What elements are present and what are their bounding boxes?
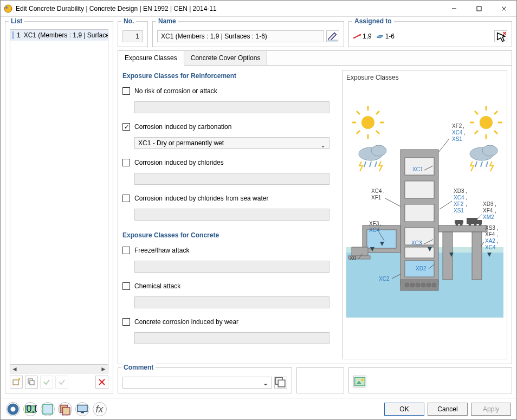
title-bar: Edit Concrete Durability | Concrete Desi…	[1, 1, 516, 17]
check-freeze-row[interactable]: Freeze/thaw attack	[122, 245, 337, 255]
maximize-button[interactable]	[467, 1, 492, 17]
check-chlorides[interactable]	[122, 159, 130, 166]
chevron-down-icon[interactable]: ⌄	[320, 140, 326, 151]
assigned-panel: Assigned to 1,9 1-6	[348, 21, 512, 47]
svg-text:,: ,	[464, 130, 466, 135]
chevron-down-icon[interactable]: ⌄	[263, 379, 268, 387]
check-chlorides-sea-row[interactable]: Corrosion induced by chlorides from sea …	[122, 193, 337, 203]
list-item-icon	[12, 31, 14, 39]
minimize-button[interactable]	[442, 1, 467, 17]
check-no-risk-row[interactable]: No risk of corrosion or attack	[122, 86, 337, 96]
combo-no-risk	[134, 101, 329, 113]
svg-rect-107	[278, 380, 285, 387]
display-button[interactable]	[75, 402, 89, 416]
lbl-xc3: XC3	[411, 240, 422, 246]
list-scrollbar[interactable]: ◄ ►	[10, 364, 108, 373]
lbl-xf2b: XF2	[454, 201, 464, 207]
svg-point-57	[405, 283, 409, 287]
cancel-button[interactable]: Cancel	[428, 403, 468, 416]
scroll-right-icon[interactable]: ►	[99, 365, 108, 373]
svg-text:,: ,	[497, 238, 499, 244]
svg-rect-118	[77, 405, 87, 411]
svg-text:,: ,	[383, 188, 385, 194]
svg-text:,: ,	[463, 123, 464, 129]
check-wear[interactable]	[122, 318, 130, 326]
list-panel: List 1 XC1 (Members : 1,9 | Surfaces : 1…	[5, 21, 113, 393]
units-button[interactable]: 0,00	[23, 402, 37, 416]
name-panel: Name XC1 (Members : 1,9 | Surfaces : 1-6…	[152, 21, 344, 47]
svg-line-41	[364, 161, 366, 167]
form-column: Exposure Classes for Reinforcement No ri…	[122, 70, 337, 359]
svg-marker-16	[377, 35, 383, 38]
svg-text:fx: fx	[96, 404, 104, 415]
comment-library-button[interactable]	[274, 377, 287, 389]
lbl-xc4b: XC4	[371, 188, 382, 194]
check-chlorides-label: Corrosion induced by chlorides	[134, 159, 224, 166]
select-assigned-button[interactable]	[494, 30, 507, 42]
lbl-xc1: XC1	[412, 166, 423, 172]
delete-item-button[interactable]	[95, 376, 108, 389]
svg-point-72	[460, 223, 463, 226]
lbl-xf2: XF2	[452, 123, 462, 129]
scroll-left-icon[interactable]: ◄	[10, 365, 19, 373]
window-title: Edit Concrete Durability | Concrete Desi…	[16, 5, 442, 12]
cloud-icon	[470, 145, 497, 160]
lbl-xc4d: XC4	[369, 227, 380, 233]
svg-rect-108	[355, 377, 365, 386]
svg-point-21	[361, 116, 374, 129]
view-button[interactable]	[41, 402, 55, 416]
close-button[interactable]	[492, 1, 516, 17]
layers-button[interactable]	[58, 402, 72, 416]
check-wear-row[interactable]: Concrete corrosion induced by wear	[122, 317, 337, 327]
check-no-risk[interactable]	[122, 87, 130, 95]
svg-text:,: ,	[495, 201, 496, 207]
svg-rect-67	[438, 225, 487, 232]
tab-exposure-classes[interactable]: Exposure Classes	[118, 51, 184, 66]
check-chlorides-sea-label: Corrosion induced by chlorides from sea …	[134, 195, 268, 202]
check-freeze[interactable]	[122, 247, 130, 254]
new-item-button[interactable]: ✶	[10, 376, 23, 389]
lbl-xf4b: XF4	[485, 231, 495, 237]
assigned-members-value: 1,9	[363, 33, 372, 40]
surface-icon	[376, 34, 384, 38]
check-chemical[interactable]	[122, 282, 130, 290]
svg-point-1	[5, 7, 8, 9]
list-body[interactable]: 1 XC1 (Members : 1,9 | Surfaces : 1 ◄ ►	[10, 29, 108, 373]
check-chlorides-sea[interactable]	[122, 195, 130, 202]
check-no-risk-label: No risk of corrosion or attack	[134, 87, 217, 95]
assigned-title: Assigned to	[352, 17, 394, 25]
comment-combo[interactable]: ⌄	[122, 377, 272, 389]
lbl-x0: X0	[350, 255, 357, 261]
svg-rect-115	[43, 404, 53, 414]
list-title: List	[9, 17, 24, 25]
svg-point-75	[469, 223, 471, 226]
svg-line-42	[370, 161, 371, 167]
tab-concrete-cover-options[interactable]: Concrete Cover Options	[184, 51, 268, 65]
list-item[interactable]: 1 XC1 (Members : 1,9 | Surfaces : 1	[10, 30, 108, 41]
lbl-xc4: XC4	[452, 130, 463, 135]
svg-rect-51	[405, 181, 434, 198]
copy-item-button[interactable]	[25, 376, 38, 389]
check-carbonation[interactable]	[122, 123, 130, 131]
lbl-xf3: XF3	[369, 221, 379, 227]
check-carbonation-row[interactable]: Corrosion induced by carbonation	[122, 122, 337, 132]
svg-point-30	[480, 116, 493, 129]
combo-carbonation[interactable]: XC1 - Dry or permanently wet⌄	[134, 137, 329, 149]
svg-line-29	[376, 131, 379, 134]
lbl-xf4: XF4	[483, 208, 493, 214]
ok-button[interactable]: OK	[384, 403, 424, 416]
name-input[interactable]: XC1 (Members : 1,9 | Surfaces : 1-6)	[157, 30, 324, 42]
tabs-panel: Exposure Classes Concrete Cover Options …	[118, 50, 512, 364]
help-button[interactable]	[6, 402, 20, 416]
edit-name-button[interactable]	[326, 30, 339, 42]
svg-line-35	[475, 111, 478, 114]
no-panel: No. 1	[118, 21, 148, 47]
no-input[interactable]: 1	[122, 30, 143, 42]
check-chemical-label: Chemical attack	[134, 282, 180, 290]
preview-image-button[interactable]	[353, 376, 366, 387]
svg-line-48	[486, 161, 488, 167]
check-chlorides-row[interactable]: Corrosion induced by chlorides	[122, 158, 337, 167]
check-chemical-row[interactable]: Chemical attack	[122, 281, 337, 291]
function-button[interactable]: fx	[93, 402, 107, 416]
section-reinforcement-title: Exposure Classes for Reinforcement	[122, 72, 337, 80]
